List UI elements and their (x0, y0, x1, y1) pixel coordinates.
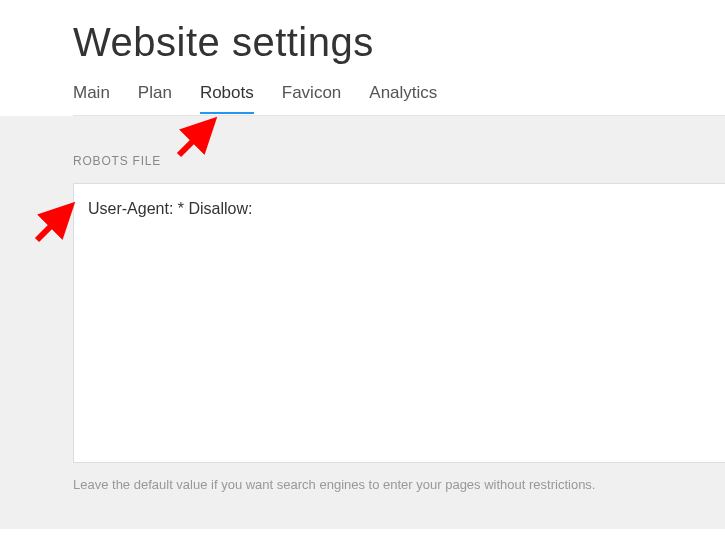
tab-plan[interactable]: Plan (138, 83, 172, 115)
tab-favicon[interactable]: Favicon (282, 83, 342, 115)
tabs: Main Plan Robots Favicon Analytics (73, 83, 725, 116)
tab-main[interactable]: Main (73, 83, 110, 115)
content-area: ROBOTS FILE Leave the default value if y… (0, 116, 725, 529)
page-title: Website settings (73, 20, 725, 65)
tab-analytics[interactable]: Analytics (369, 83, 437, 115)
robots-help-text: Leave the default value if you want sear… (73, 477, 725, 492)
tab-robots[interactable]: Robots (200, 83, 254, 115)
robots-textarea[interactable] (73, 183, 725, 463)
robots-file-label: ROBOTS FILE (73, 154, 725, 168)
